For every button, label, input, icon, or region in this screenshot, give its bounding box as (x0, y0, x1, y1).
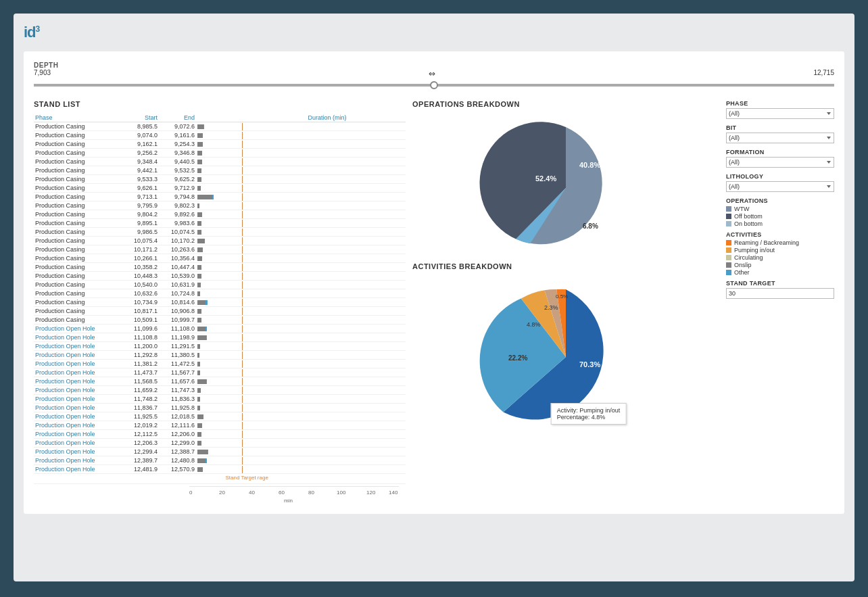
legend-reaming-label: Reaming / Backreaming (734, 239, 799, 246)
table-row: Production Casing10,734.910,814.6 (34, 298, 406, 307)
legend-wtw-dot (726, 206, 731, 212)
table-row: Production Casing9,533.39,625.2 (34, 175, 406, 184)
col-phase: Phase (34, 114, 122, 122)
legend-off-bottom-label: Off bottom (734, 213, 763, 220)
legend-onslip: Onslip (726, 262, 834, 268)
phase-filter-select[interactable]: (All) (726, 108, 834, 119)
table-row: Production Open Hole11,099.611,108.0 (34, 325, 406, 333)
stand-list-panel: STAND LIST Phase Start End Duration (min… (34, 100, 406, 504)
table-row: Production Open Hole12,112.512,206.0 (34, 430, 406, 439)
legend-reaming-dot (726, 240, 731, 245)
table-row: Production Casing10,540.010,631.9 (34, 281, 406, 289)
table-row: Production Casing9,256.29,346.8 (34, 149, 406, 158)
tooltip-activity-value: Pumping in/out (579, 407, 620, 414)
svg-text:4.8%: 4.8% (527, 321, 541, 328)
app-logo: id3 (24, 24, 39, 41)
operations-legend: OPERATIONS WTW Off bottom On bottom (726, 197, 834, 227)
table-row: Production Casing9,074.09,161.6 (34, 131, 406, 140)
svg-text:60: 60 (279, 489, 285, 496)
table-row: Production Casing10,266.110,356.4 (34, 254, 406, 263)
act-legend-title: ACTIVITIES (726, 231, 834, 238)
legend-pumping-label: Pumping in/out (734, 247, 775, 254)
legend-on-bottom-label: On bottom (734, 220, 763, 227)
table-row: Production Open Hole11,381.211,472.5 (34, 360, 406, 368)
table-row: Production Casing10,171.210,263.6 (34, 245, 406, 254)
legend-pumping: Pumping in/out (726, 247, 834, 254)
charts-panel: OPERATIONS BREAKDOWN 52.4% 40.8% (412, 100, 719, 504)
svg-text:22.2%: 22.2% (508, 354, 527, 362)
svg-text:20: 20 (219, 489, 225, 496)
lithology-filter-select[interactable]: (All) (726, 181, 834, 192)
right-panel: PHASE (All) BIT (All) FORMATION (Al (726, 100, 834, 504)
table-row: Production Open Hole11,836.711,925.8 (34, 404, 406, 412)
depth-label: DEPTH (34, 62, 834, 69)
table-row: Production Casing10,075.410,170.2 (34, 237, 406, 245)
stand-list-title: STAND LIST (34, 100, 406, 108)
activity-tooltip: Activity: Pumping in/out Percentage: 4.8… (551, 403, 627, 425)
legend-onslip-label: Onslip (734, 262, 752, 268)
table-row: Production Open Hole11,200.011,291.5 (34, 342, 406, 351)
depth-min: 7,903 (34, 69, 51, 78)
table-row: Production Casing9,986.510,074.5 (34, 228, 406, 237)
legend-on-bottom-dot (726, 221, 731, 226)
depth-max: 12,715 (813, 69, 834, 78)
table-row: Production Open Hole11,108.811,198.9 (34, 333, 406, 342)
table-row: Production Open Hole11,659.211,747.3 (34, 386, 406, 395)
lithology-filter: LITHOLOGY (All) (726, 173, 834, 192)
col-start: Start (122, 114, 159, 122)
svg-text:120: 120 (366, 489, 376, 496)
table-row: Production Open Hole11,748.211,836.3 (34, 395, 406, 404)
table-row: Production Casing10,448.310,539.0 (34, 272, 406, 281)
act-breakdown-title: ACTIVITIES BREAKDOWN (412, 262, 719, 270)
svg-text:6.8%: 6.8% (583, 222, 598, 230)
svg-text:52.4%: 52.4% (535, 174, 556, 183)
table-row: Production Casing9,626.19,712.9 (34, 184, 406, 193)
bit-filter: BIT (All) (726, 124, 834, 143)
legend-other: Other (726, 269, 834, 276)
table-row: Production Open Hole11,568.511,657.6 (34, 377, 406, 386)
legend-onslip-dot (726, 262, 731, 268)
stand-target-section: STAND TARGET 30 (726, 280, 834, 299)
table-row: Production Open Hole11,473.711,567.7 (34, 368, 406, 377)
table-row: Production Casing9,795.99,802.3 (34, 201, 406, 210)
table-row: Production Casing9,804.29,892.6 (34, 210, 406, 219)
depth-slider-thumb[interactable] (430, 81, 438, 89)
table-row: Production Casing8,985.59,072.6 (34, 122, 406, 131)
depth-slider-section: DEPTH 7,903 ⇔ 12,715 (34, 62, 834, 90)
x-axis-svg: 0 20 40 60 80 100 120 140 (189, 486, 399, 496)
ops-legend-title: OPERATIONS (726, 197, 834, 204)
svg-text:40: 40 (249, 489, 255, 496)
table-row: Production Open Hole12,299.412,388.7 (34, 448, 406, 456)
x-axis-unit-label: min (189, 498, 406, 504)
bit-filter-select[interactable]: (All) (726, 133, 834, 143)
table-row: Production Casing9,442.19,532.5 (34, 166, 406, 175)
legend-on-bottom: On bottom (726, 220, 834, 227)
depth-slider-track[interactable] (34, 84, 834, 87)
svg-text:70.3%: 70.3% (579, 360, 600, 368)
formation-filter-select[interactable]: (All) (726, 157, 834, 168)
table-row: Production Casing10,509.110,999.7 (34, 316, 406, 325)
stand-target-input[interactable]: 30 (726, 288, 834, 299)
legend-circulating-label: Circulating (734, 254, 763, 261)
legend-circulating: Circulating (726, 254, 834, 261)
stand-list-table: Phase Start End Duration (min) Productio… (34, 114, 406, 484)
ops-chart-area: 52.4% 40.8% 6.8% (412, 114, 719, 262)
table-row: Production Casing9,895.19,983.6 (34, 219, 406, 228)
legend-pumping-dot (726, 247, 731, 253)
table-row: Production Casing9,348.49,440.5 (34, 158, 406, 166)
table-row: Production Casing10,817.110,906.8 (34, 307, 406, 316)
svg-text:0: 0 (189, 489, 193, 496)
legend-other-label: Other (734, 269, 750, 276)
formation-filter-label: FORMATION (726, 149, 834, 156)
table-row: Production Open Hole11,925.512,018.5 (34, 412, 406, 421)
table-row: Production Casing10,358.210,447.4 (34, 263, 406, 272)
svg-text:80: 80 (308, 489, 314, 496)
legend-other-dot (726, 270, 731, 275)
table-row: Production Open Hole12,206.312,299.0 (34, 439, 406, 448)
lithology-filter-label: LITHOLOGY (726, 173, 834, 180)
phase-filter: PHASE (All) (726, 100, 834, 119)
table-row: Production Open Hole12,389.712,480.8 (34, 456, 406, 465)
svg-text:140: 140 (389, 489, 398, 496)
table-row: Production Open Hole12,481.912,570.9 (34, 465, 406, 474)
tooltip-pct-value: 4.8% (592, 414, 606, 421)
